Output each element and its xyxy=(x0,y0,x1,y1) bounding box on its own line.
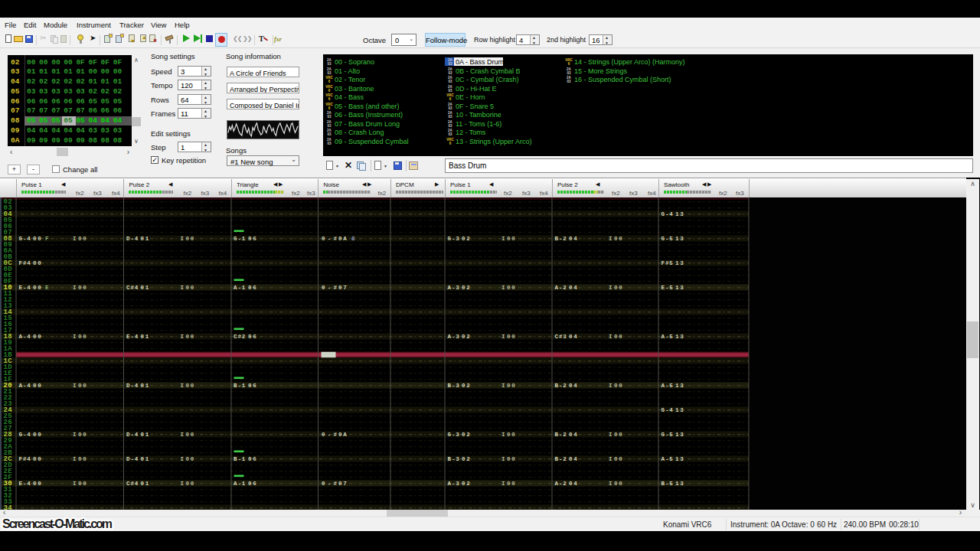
svg-text:04: 04 xyxy=(569,236,579,242)
svg-text:00: 00 xyxy=(78,334,88,340)
svg-text:00: 00 xyxy=(186,383,196,389)
svg-text:F: F xyxy=(45,236,49,242)
svg-text:I: I xyxy=(73,383,77,389)
svg-text:06: 06 xyxy=(248,285,258,291)
svg-text:01: 01 xyxy=(141,285,151,291)
svg-text:0-#: 0-# xyxy=(322,432,339,438)
svg-text:E: E xyxy=(45,285,49,291)
svg-text:00: 00 xyxy=(33,236,43,242)
svg-text:0-#: 0-# xyxy=(322,481,339,487)
svg-text:00: 00 xyxy=(186,236,196,242)
svg-text:E-5: E-5 xyxy=(662,285,674,291)
svg-text:B-2: B-2 xyxy=(555,456,567,462)
svg-text:I: I xyxy=(181,334,185,340)
svg-text:I: I xyxy=(73,432,77,438)
svg-text:I: I xyxy=(181,236,185,242)
svg-text:00: 00 xyxy=(507,481,517,487)
svg-text:06: 06 xyxy=(248,236,258,242)
svg-text:00: 00 xyxy=(186,456,196,462)
svg-text:01: 01 xyxy=(141,456,151,462)
svg-text:A-4: A-4 xyxy=(19,334,31,340)
svg-text:13: 13 xyxy=(675,260,685,266)
svg-text:00: 00 xyxy=(614,383,624,389)
svg-text:A-5: A-5 xyxy=(662,334,674,340)
svg-text:00: 00 xyxy=(186,481,196,487)
svg-text:I: I xyxy=(73,236,77,242)
svg-text:B-1: B-1 xyxy=(234,383,246,389)
svg-text:04: 04 xyxy=(569,432,579,438)
svg-text:I: I xyxy=(501,334,505,340)
svg-text:00: 00 xyxy=(614,481,624,487)
svg-text:02: 02 xyxy=(462,383,472,389)
svg-text:I: I xyxy=(609,432,612,438)
svg-text:04: 04 xyxy=(569,456,579,462)
svg-text:00: 00 xyxy=(33,432,43,438)
svg-text:00: 00 xyxy=(507,456,517,462)
svg-text:04: 04 xyxy=(569,334,579,340)
svg-text:13: 13 xyxy=(675,236,685,242)
svg-text:F#4: F#4 xyxy=(19,456,31,462)
svg-text:C#4: C#4 xyxy=(126,285,139,291)
svg-text:D-4: D-4 xyxy=(126,236,139,242)
svg-text:04: 04 xyxy=(569,285,579,291)
svg-text:00: 00 xyxy=(614,456,624,462)
svg-text:C#2: C#2 xyxy=(234,334,246,340)
svg-text:Screencast-O-Matic.com: Screencast-O-Matic.com xyxy=(2,517,113,530)
svg-text:00: 00 xyxy=(507,383,517,389)
svg-text:00: 00 xyxy=(78,383,88,389)
svg-text:I: I xyxy=(181,432,185,438)
svg-text:00: 00 xyxy=(614,432,624,438)
svg-text:B-2: B-2 xyxy=(555,432,567,438)
svg-text:A-5: A-5 xyxy=(662,456,674,462)
svg-text:C#3: C#3 xyxy=(555,334,567,340)
svg-text:13: 13 xyxy=(675,407,685,413)
svg-text:00: 00 xyxy=(33,481,43,487)
svg-text:D-4: D-4 xyxy=(126,383,139,389)
svg-text:I: I xyxy=(609,456,612,462)
svg-text:00: 00 xyxy=(507,236,517,242)
svg-text:A-3: A-3 xyxy=(448,481,460,487)
svg-text:01: 01 xyxy=(141,236,151,242)
svg-text:00: 00 xyxy=(78,285,88,291)
svg-text:00: 00 xyxy=(78,481,88,487)
svg-text:I: I xyxy=(181,456,185,462)
svg-text:13: 13 xyxy=(675,432,685,438)
svg-text:D-4: D-4 xyxy=(126,456,139,462)
svg-text:02: 02 xyxy=(462,285,472,291)
svg-text:00: 00 xyxy=(78,236,88,242)
svg-text:0A: 0A xyxy=(338,432,348,438)
svg-text:I: I xyxy=(73,456,77,462)
svg-text:04: 04 xyxy=(569,383,579,389)
svg-text:I: I xyxy=(609,383,612,389)
svg-text:G-4: G-4 xyxy=(662,407,674,413)
svg-text:02: 02 xyxy=(462,481,472,487)
svg-text:G-4: G-4 xyxy=(19,236,31,242)
svg-text:00: 00 xyxy=(33,334,43,340)
svg-text:13: 13 xyxy=(675,383,685,389)
svg-text:00: 00 xyxy=(78,456,88,462)
svg-text:06: 06 xyxy=(248,383,258,389)
svg-text:0A: 0A xyxy=(338,236,348,242)
svg-text:B-2: B-2 xyxy=(555,383,567,389)
svg-text:I: I xyxy=(73,285,77,291)
svg-text:I: I xyxy=(181,383,185,389)
svg-text:A-5: A-5 xyxy=(662,383,674,389)
svg-text:G-1: G-1 xyxy=(234,236,246,242)
svg-text:00: 00 xyxy=(614,285,624,291)
svg-text:13: 13 xyxy=(675,456,685,462)
svg-text:F#5: F#5 xyxy=(662,260,674,266)
svg-text:8: 8 xyxy=(351,236,355,242)
svg-text:00: 00 xyxy=(186,432,196,438)
svg-text:G-3: G-3 xyxy=(448,432,460,438)
svg-text:13: 13 xyxy=(675,481,685,487)
svg-text:C#4: C#4 xyxy=(126,481,139,487)
svg-text:G-3: G-3 xyxy=(448,236,460,242)
svg-text:00: 00 xyxy=(33,383,43,389)
svg-text:G-5: G-5 xyxy=(662,236,674,242)
svg-text:I: I xyxy=(501,432,505,438)
svg-text:02: 02 xyxy=(462,456,472,462)
svg-text:I: I xyxy=(609,334,612,340)
svg-text:13: 13 xyxy=(675,285,685,291)
svg-text:00: 00 xyxy=(186,334,196,340)
svg-text:I: I xyxy=(501,481,505,487)
